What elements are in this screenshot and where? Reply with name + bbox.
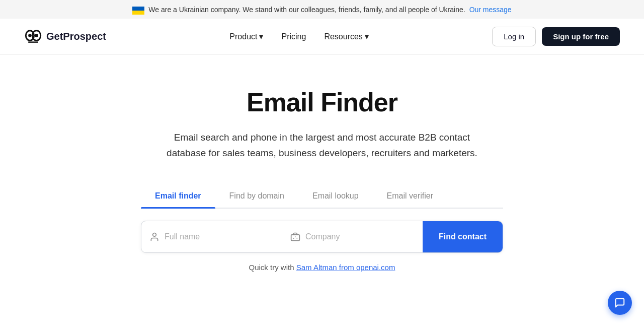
tab-email-finder[interactable]: Email finder — [141, 185, 215, 208]
nav-links: Product ▾ Pricing Resources ▾ — [222, 28, 376, 45]
banner-text: We are a Ukrainian company. We stand wit… — [148, 6, 465, 14]
svg-point-3 — [35, 34, 38, 37]
chevron-down-icon: ▾ — [365, 32, 369, 41]
svg-point-5 — [153, 233, 156, 236]
hero-section: Email Finder Email search and phone in t… — [0, 55, 644, 292]
find-contact-button[interactable]: Find contact — [423, 221, 503, 252]
search-form-container: Find contact Quick try with Sam Altman f… — [141, 209, 503, 272]
banner-link[interactable]: Our message — [469, 6, 512, 14]
signup-button[interactable]: Sign up for free — [542, 27, 620, 46]
full-name-input[interactable] — [165, 223, 274, 250]
logo-text: GetProspect — [46, 31, 106, 42]
hero-subtitle: Email search and phone in the largest an… — [161, 129, 483, 161]
person-icon — [149, 232, 159, 242]
quick-try-section: Quick try with Sam Altman from openai.co… — [141, 263, 503, 272]
tab-find-by-domain[interactable]: Find by domain — [215, 185, 298, 208]
tool-tabs: Email finder Find by domain Email lookup… — [141, 185, 503, 209]
quick-try-link[interactable]: Sam Altman from openai.com — [296, 263, 395, 272]
main-nav: GetProspect Product ▾ Pricing Resources … — [0, 19, 644, 55]
full-name-field — [141, 223, 282, 250]
svg-rect-6 — [291, 235, 300, 241]
tab-email-verifier[interactable]: Email verifier — [373, 185, 447, 208]
company-input[interactable] — [305, 223, 415, 250]
company-field — [282, 223, 423, 250]
company-icon — [290, 232, 300, 242]
svg-point-2 — [28, 34, 32, 37]
nav-resources[interactable]: Resources ▾ — [317, 28, 375, 45]
nav-product[interactable]: Product ▾ — [222, 28, 270, 45]
chevron-down-icon: ▾ — [259, 32, 263, 41]
nav-pricing[interactable]: Pricing — [274, 28, 313, 45]
announcement-banner: We are a Ukrainian company. We stand wit… — [0, 0, 644, 19]
page-title: Email Finder — [247, 87, 397, 117]
logo[interactable]: GetProspect — [24, 30, 106, 44]
ukraine-flag-icon — [132, 4, 144, 15]
login-button[interactable]: Log in — [492, 27, 536, 46]
quick-try-text: Quick try with — [249, 263, 294, 272]
logo-icon — [24, 30, 42, 44]
tab-email-lookup[interactable]: Email lookup — [298, 185, 373, 208]
search-form: Find contact — [141, 221, 503, 253]
nav-actions: Log in Sign up for free — [492, 27, 620, 46]
